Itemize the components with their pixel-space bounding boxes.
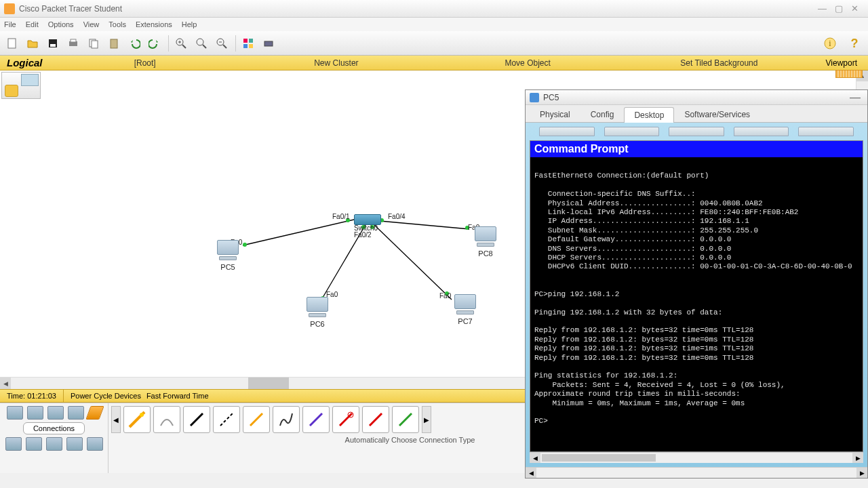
scroll-right-palette[interactable]: ▶ [422,406,431,433]
minimize-icon[interactable]: — [818,3,827,14]
navigation-widget[interactable] [1,72,41,99]
wan-chip-icon[interactable] [26,437,42,451]
zoom-in-icon[interactable] [172,34,191,53]
menu-extensions[interactable]: Extensions [136,20,172,28]
copy-icon[interactable] [84,34,103,53]
device-label: PC7 [452,317,479,325]
custom-chip-icon[interactable] [46,437,62,451]
scroll-left-icon[interactable]: ◀ [526,468,536,478]
menu-bar: File Edit Options View Tools Extensions … [0,18,868,31]
fast-forward-button[interactable]: Fast Forward Time [146,392,209,400]
subwindow-hscroll[interactable]: ◀ ▶ [530,452,863,463]
tab-desktop[interactable]: Desktop [624,107,674,123]
maximize-icon[interactable]: ▢ [835,3,843,14]
wireless-chip-icon[interactable] [68,406,84,420]
tab-config[interactable]: Config [580,106,625,122]
enddevice-chip-icon[interactable] [5,437,22,451]
link-led [243,243,247,247]
scroll-left-icon[interactable]: ◀ [0,378,11,389]
straight-cable-icon[interactable] [183,406,210,433]
svg-line-28 [380,221,469,229]
crossover-cable-icon[interactable] [213,406,240,433]
coax-cable-icon[interactable] [302,406,330,433]
subwindow-tabs: Physical Config Desktop Software/Service… [526,105,867,123]
info-icon[interactable]: i [821,34,840,53]
svg-rect-0 [8,39,16,48]
menu-options[interactable]: Options [48,20,74,28]
menu-view[interactable]: View [83,20,100,28]
app-tile[interactable] [798,127,854,136]
octal-cable-icon[interactable] [392,406,419,433]
svg-rect-20 [249,44,253,48]
menu-help[interactable]: Help [182,20,197,28]
scroll-left-palette[interactable]: ◀ [111,406,121,433]
scroll-right-icon[interactable]: ▶ [856,468,867,478]
paste-icon[interactable] [104,34,123,53]
custom-device-icon[interactable] [259,34,278,53]
window-title: Cisco Packet Tracer Student [19,4,122,14]
open-icon[interactable] [23,34,42,53]
scroll-thumb[interactable] [542,454,656,462]
pc-icon [530,93,539,102]
device-pc5[interactable]: PC5 [214,240,241,271]
set-tiled-bg-button[interactable]: Set Tiled Background [623,58,814,68]
scroll-thumb[interactable] [248,378,289,389]
power-cycle-button[interactable]: Power Cycle Devices [71,392,141,400]
terminal-output[interactable]: FastEthernet0 Connection:(default port) … [530,157,863,451]
connections-chip-icon[interactable] [85,406,104,420]
multiuser-chip-icon[interactable] [66,437,83,451]
subwindow-minimize-icon[interactable]: — [847,92,863,104]
new-file-icon[interactable] [3,34,22,53]
device-pc8[interactable]: PC8 [472,226,499,258]
pc5-window[interactable]: PC5 — Physical Config Desktop Software/S… [525,89,868,479]
phone-cable-icon[interactable] [273,406,300,433]
app-tile[interactable] [669,127,724,136]
auto-cable-icon[interactable] [123,406,151,433]
palette-icon[interactable] [239,34,258,53]
app-tile[interactable] [604,127,660,136]
save-icon[interactable] [43,34,62,53]
print-icon[interactable] [64,34,83,53]
intercom-widget[interactable] [835,70,863,78]
router-chip-icon[interactable] [7,406,23,420]
redo-icon[interactable] [145,34,164,53]
menu-tools[interactable]: Tools [108,20,126,28]
tab-physical[interactable]: Physical [530,106,580,122]
close-icon[interactable]: ✕ [851,3,859,14]
console-cable-icon[interactable] [153,406,180,433]
svg-point-12 [197,39,203,45]
device-label: PC6 [304,320,331,328]
menu-edit[interactable]: Edit [26,20,39,28]
menu-file[interactable]: File [4,20,16,28]
help-icon[interactable]: ? [845,34,864,53]
port-label: Fa0 [439,292,451,300]
viewport-button[interactable]: Viewport [815,58,868,68]
zoom-out-icon[interactable] [212,34,231,53]
app-tile[interactable] [734,127,789,136]
misc-chip-icon[interactable] [87,437,103,451]
subwindow-titlebar[interactable]: PC5 — [526,90,867,105]
undo-icon[interactable] [125,34,144,53]
serial-dce-icon[interactable] [332,406,359,433]
scroll-left-icon[interactable]: ◀ [530,453,540,463]
scroll-right-icon[interactable]: ▶ [852,453,863,463]
device-pc7[interactable]: PC7 [452,294,479,325]
command-prompt-window: Command Prompt FastEthernet0 Connection:… [530,140,863,452]
move-object-button[interactable]: Move Object [432,58,623,68]
fiber-cable-icon[interactable] [243,406,270,433]
tab-software[interactable]: Software/Services [674,106,760,122]
svg-line-15 [223,45,226,48]
sim-time: Time: 01:21:03 [0,390,64,402]
device-pc6[interactable]: PC6 [304,297,331,328]
subwindow-outer-hscroll[interactable]: ◀ ▶ [526,467,867,478]
device-switch[interactable] [354,214,381,225]
zoom-reset-icon[interactable] [192,34,211,53]
switch-label: Switch0 Fa0/2 [354,225,378,239]
new-cluster-button[interactable]: New Cluster [241,58,432,68]
serial-dte-icon[interactable] [362,406,389,433]
app-icon [4,3,15,14]
app-tile[interactable] [539,127,595,136]
hub-chip-icon[interactable] [47,406,64,420]
root-button[interactable]: [Root] [50,58,241,68]
switch-chip-icon[interactable] [27,406,43,420]
